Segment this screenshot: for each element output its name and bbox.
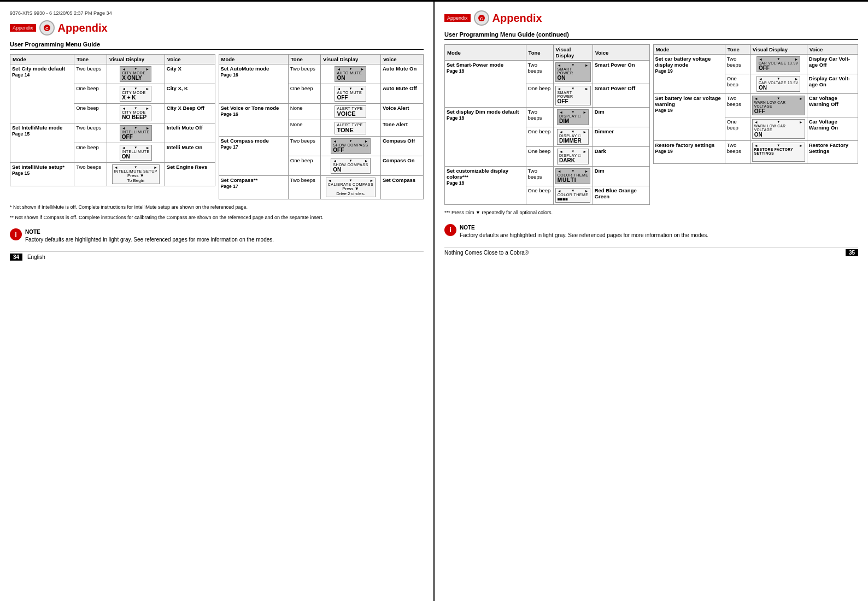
mode-car-battery: Set car battery voltage display mode Pag… [653, 55, 725, 94]
appendix-tag-left: Appendix [10, 24, 36, 32]
col-mode-4: Mode [653, 45, 725, 55]
visual-cell: ◄ ▼ ► INTELLIMUTE OFF [107, 123, 165, 143]
table3-container: Mode Tone Visual Display Voice Set Smart… [444, 44, 650, 205]
tone-cell: Two beeps [725, 55, 750, 74]
voice-intelli-on: Intelli Mute On [165, 143, 215, 163]
voice-dim: Dim [593, 108, 649, 127]
page-number-left: 34 [10, 254, 22, 261]
mode-automute: Set AutoMute mode Page 16 [219, 64, 288, 104]
table-row: Set AutoMute mode Page 16 Two beeps ◄ ▼ … [219, 64, 424, 84]
table2-container: Mode Tone Visual Display Voice Set AutoM… [219, 54, 424, 199]
mode-city: Set City mode default Page 14 [10, 64, 74, 123]
col-mode-1: Mode [10, 55, 74, 64]
col-visual-2: Visual Display [320, 55, 380, 64]
cobra-logo-right: C [474, 10, 489, 26]
tone-cell: Two beeps [288, 64, 320, 84]
mode-intellimute-setup: Set IntelliMute setup* Page 15 [10, 163, 74, 186]
col-visual-1: Visual Display [107, 55, 165, 64]
tone-cell: One beep [74, 84, 107, 104]
tone-cell: None [288, 104, 320, 120]
note-text-right: NOTE Factory defaults are highlighted in… [460, 224, 708, 239]
voice-set-compass: Set Compass [380, 176, 423, 199]
voice-car-volt-on: Display Car Volt-age On [807, 74, 858, 94]
page-title-left: Appendix [58, 22, 108, 34]
table1-container: Mode Tone Visual Display Voice Set City … [10, 54, 215, 199]
table-row: Set Voice or Tone mode Page 16 None ALER… [219, 104, 424, 120]
voice-colors: Red Blue Orange Green [593, 186, 649, 205]
table-row: Set display Dim mode default Page 18 Two… [445, 108, 650, 127]
guide-table-2: Mode Tone Visual Display Voice Set AutoM… [219, 54, 424, 199]
guide-table-4: Mode Tone Visual Display Voice Set car b… [653, 44, 859, 164]
tone-cell: One beep [725, 74, 750, 94]
voice-warn-on: Car Voltage Warning On [807, 117, 858, 141]
visual-cell: ◄ ▼ ► WARN LOW CAR VOLTAGE OFF [750, 94, 807, 117]
visual-cell: ◄ ▼ ► AUTO MUTE ON [320, 64, 380, 84]
visual-cell: ◄ ▼ ► DISPLAY □ DIM [553, 108, 593, 127]
tone-cell: Two beeps [725, 94, 750, 117]
tone-cell: Two beeps [74, 64, 107, 84]
tone-alert: Tone Alert [380, 120, 423, 137]
voice-color-dim: Dim [593, 167, 649, 186]
col-tone-4: Tone [725, 45, 750, 55]
visual-cell: ◄ ▼ ► CAR VOLTAGE 13.9v OFF [750, 55, 807, 74]
note-icon-right: i [444, 224, 456, 236]
mode-smart-power: Set Smart-Power mode Page 18 [445, 61, 526, 108]
tone-cell: One beep [526, 127, 553, 147]
tone-cell: None [288, 120, 320, 137]
mode-dim: Set display Dim mode default Page 18 [445, 108, 526, 167]
col-tone-1: Tone [74, 55, 107, 64]
note-section-left: i NOTE Factory defaults are highlighted … [10, 228, 424, 244]
svg-text:C: C [480, 16, 483, 21]
table-row: Set Compass mode Page 17 Two beeps ◄ ▼ ►… [219, 137, 424, 156]
voice-restore: Restore Factory Settings [807, 141, 858, 164]
table-row: Restore factory settings Page 19 Two bee… [653, 141, 858, 164]
visual-cell: ◄ ▼ ► AUTO MUTE OFF [320, 84, 380, 104]
voice-dimmer: Dimmer [593, 127, 649, 147]
table-row: Set battery low car voltage warning Page… [653, 94, 858, 117]
tone-cell: Two beeps [288, 137, 320, 156]
tone-cell: Two beeps [526, 61, 553, 84]
tone-cell: Two beeps [74, 123, 107, 143]
note-icon-left: i [10, 228, 22, 240]
page-number-right: 35 [846, 249, 858, 256]
visual-cell: ◄ ▼ ► CALIBRATE COMPASS Press ▼Drive 2 c… [320, 176, 380, 199]
voice-automute-off: Auto Mute Off [380, 84, 423, 104]
app-header-left: Appendix C Appendix [10, 20, 424, 36]
mode-battery-warn: Set battery low car voltage warning Page… [653, 94, 725, 141]
voice-compass-off: Compass Off [380, 137, 423, 156]
mode-intellimute: Set IntelliMute mode Page 15 [10, 123, 74, 163]
table-row: Set car battery voltage display mode Pag… [653, 55, 858, 74]
table-row: Set City mode default Page 14 Two beeps … [10, 64, 215, 84]
visual-cell: ◄ ▼ ► SHOW COMPASS ON [320, 156, 380, 176]
page-label-right: Nothing Comes Close to a Cobra® [444, 250, 529, 256]
note-section-right: i NOTE Factory defaults are highlighted … [444, 224, 858, 239]
voice-city-x: City X [165, 64, 215, 84]
col-tone-2: Tone [288, 55, 320, 64]
page-bottom-left: 34 English [10, 251, 424, 260]
tone-cell: Two beeps [288, 176, 320, 199]
voice-car-volt-off: Display Car Volt-age Off [807, 55, 858, 74]
voice-smart-off: Smart Power Off [593, 84, 649, 108]
visual-cell: ◄ ▼ ► INTELLIMUTE ON [107, 143, 165, 163]
tone-cell: One beep [526, 147, 553, 167]
mode-restore: Restore factory settings Page 19 [653, 141, 725, 164]
table-row: Set Compass** Page 17 Two beeps ◄ ▼ ► CA… [219, 176, 424, 199]
visual-cell: ◄ ▼ ► CITY MODE X + K [107, 84, 165, 104]
page-title-right: Appendix [492, 12, 542, 25]
table-row: Set Smart-Power mode Page 18 Two beeps ◄… [445, 61, 650, 84]
voice-dark: Dark [593, 147, 649, 167]
tone-cell: Two beeps [526, 167, 553, 186]
tone-cell: One beep [74, 143, 107, 163]
tone-cell: One beep [74, 104, 107, 123]
note-text-left: NOTE Factory defaults are highlighted in… [25, 228, 274, 244]
voice-city-xk: City X, K [165, 84, 215, 104]
col-mode-3: Mode [445, 45, 526, 61]
col-voice-2: Voice [380, 55, 423, 64]
mode-compass: Set Compass mode Page 17 [219, 137, 288, 176]
page-bottom-right: Nothing Comes Close to a Cobra® 35 [444, 247, 858, 256]
tone-cell: Two beeps [526, 108, 553, 127]
visual-cell: ◄ ▼ ► CAR VOLTAGE 13.9v ON [750, 74, 807, 94]
col-tone-3: Tone [526, 45, 553, 61]
voice-intellimute-setup: Set Engine Revs [165, 163, 215, 186]
guide-table-3: Mode Tone Visual Display Voice Set Smart… [444, 44, 650, 205]
